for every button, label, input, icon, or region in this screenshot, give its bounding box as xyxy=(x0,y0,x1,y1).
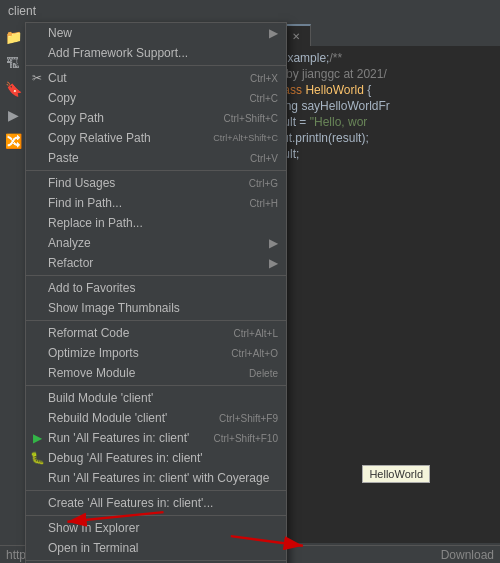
tab-close-icon[interactable]: ✕ xyxy=(292,31,300,42)
menu-item-build-module[interactable]: Build Module 'client' xyxy=(26,388,286,408)
menu-item-copy[interactable]: Copy Ctrl+C xyxy=(26,88,286,108)
sidebar-project-icon[interactable]: 📁 xyxy=(2,26,24,48)
sidebar-bookmark-icon[interactable]: 🔖 xyxy=(2,78,24,100)
helloworld-label: HelloWorld xyxy=(362,465,430,483)
menu-item-find-in-path[interactable]: Find in Path... Ctrl+H xyxy=(26,193,286,213)
title-text: client xyxy=(8,4,36,18)
separator-2 xyxy=(26,170,286,171)
separator-4 xyxy=(26,320,286,321)
menu-item-analyze[interactable]: Analyze ▶ xyxy=(26,233,286,253)
separator-8 xyxy=(26,560,286,561)
analyze-arrow-icon: ▶ xyxy=(269,236,278,250)
menu-item-replace-in-path[interactable]: Replace in Path... xyxy=(26,213,286,233)
menu-item-optimize[interactable]: Optimize Imports Ctrl+Alt+O xyxy=(26,343,286,363)
context-menu: New ▶ Add Framework Support... ✂ Cut Ctr… xyxy=(25,22,287,563)
menu-item-open-terminal[interactable]: Open in Terminal xyxy=(26,538,286,558)
status-download: Download xyxy=(441,548,494,562)
refactor-arrow-icon: ▶ xyxy=(269,256,278,270)
separator-5 xyxy=(26,385,286,386)
menu-item-show-image[interactable]: Show Image Thumbnails xyxy=(26,298,286,318)
title-bar: client xyxy=(0,0,500,22)
menu-item-copy-relative[interactable]: Copy Relative Path Ctrl+Alt+Shift+C xyxy=(26,128,286,148)
menu-item-add-favorites[interactable]: Add to Favorites xyxy=(26,278,286,298)
menu-item-refactor[interactable]: Refactor ▶ xyxy=(26,253,286,273)
menu-item-run-all[interactable]: ▶ Run 'All Features in: client' Ctrl+Shi… xyxy=(26,428,286,448)
menu-item-reformat[interactable]: Reformat Code Ctrl+Alt+L xyxy=(26,323,286,343)
menu-item-debug-all[interactable]: 🐛 Debug 'All Features in: client' xyxy=(26,448,286,468)
menu-item-new[interactable]: New ▶ xyxy=(26,23,286,43)
menu-item-show-explorer[interactable]: Show In Explorer xyxy=(26,518,286,538)
separator-6 xyxy=(26,490,286,491)
menu-item-rebuild-module[interactable]: Rebuild Module 'client' Ctrl+Shift+F9 xyxy=(26,408,286,428)
arrow-icon: ▶ xyxy=(269,26,278,40)
menu-item-cut[interactable]: ✂ Cut Ctrl+X xyxy=(26,68,286,88)
menu-item-find-usages[interactable]: Find Usages Ctrl+G xyxy=(26,173,286,193)
sidebar-structure-icon[interactable]: 🏗 xyxy=(2,52,24,74)
sidebar-git-icon[interactable]: 🔀 xyxy=(2,130,24,152)
separator-7 xyxy=(26,515,286,516)
sidebar-run-icon[interactable]: ▶ xyxy=(2,104,24,126)
separator-3 xyxy=(26,275,286,276)
separator-1 xyxy=(26,65,286,66)
main-layout: 📁 🏗 🔖 ▶ 🔀 Project ▼ Pro... ▼ cl ▼ Ex... … xyxy=(0,22,500,563)
sidebar: 📁 🏗 🔖 ▶ 🔀 xyxy=(0,22,27,563)
cut-icon: ✂ xyxy=(30,71,44,85)
menu-item-remove-module[interactable]: Remove Module Delete xyxy=(26,363,286,383)
run-icon: ▶ xyxy=(30,431,44,445)
menu-item-copy-path[interactable]: Copy Path Ctrl+Shift+C xyxy=(26,108,286,128)
menu-item-create-all[interactable]: Create 'All Features in: client'... xyxy=(26,493,286,513)
debug-icon: 🐛 xyxy=(30,451,44,465)
menu-item-add-framework[interactable]: Add Framework Support... xyxy=(26,43,286,63)
menu-item-run-coverage[interactable]: Run 'All Features in: client' with Coyer… xyxy=(26,468,286,488)
menu-item-paste[interactable]: Paste Ctrl+V xyxy=(26,148,286,168)
